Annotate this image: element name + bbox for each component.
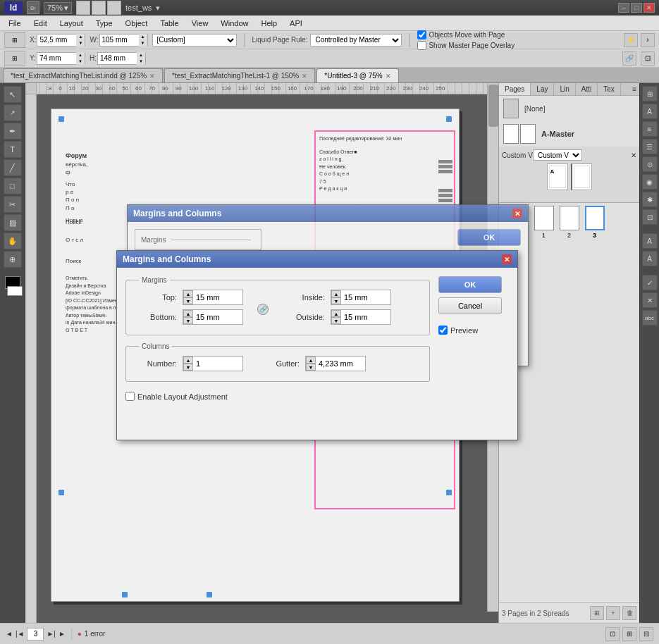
- minimize-btn[interactable]: ─: [618, 3, 629, 13]
- direct-tool[interactable]: ↗: [4, 104, 22, 121]
- outside-value[interactable]: [341, 310, 390, 324]
- scissors-tool[interactable]: ✂: [4, 196, 22, 213]
- dialog-cancel-btn[interactable]: Cancel: [438, 297, 502, 314]
- transform-icon[interactable]: ⊞: [4, 32, 25, 48]
- dialog-back-ok[interactable]: OK: [457, 229, 521, 246]
- menu-file[interactable]: File: [3, 18, 27, 29]
- gutter-input[interactable]: ▲ ▼: [305, 356, 366, 371]
- ruler-corner[interactable]: [25, 83, 37, 94]
- tab-text-wrap[interactable]: Tex: [598, 83, 621, 95]
- view-btn-1[interactable]: ⊞: [76, 1, 90, 15]
- page-number-input[interactable]: [27, 628, 44, 640]
- title-dropdown-icon[interactable]: ▾: [156, 4, 160, 13]
- page-3-entry[interactable]: 3: [585, 206, 605, 239]
- chain-icon[interactable]: 🔗: [257, 304, 269, 315]
- view-btn-2[interactable]: ≡: [92, 1, 106, 15]
- gutter-spin-down[interactable]: ▼: [306, 364, 316, 371]
- tab-1-close[interactable]: ✕: [149, 73, 155, 80]
- dialog-front[interactable]: Margins and Columns ✕ Margins Top:: [116, 250, 518, 440]
- view-btn-3[interactable]: ⊟: [107, 1, 121, 15]
- y-input[interactable]: ▲ ▼: [37, 52, 85, 65]
- tab-1[interactable]: *test_ExtractMatchingTheList.indd @ 125%…: [3, 68, 163, 82]
- number-spin-down[interactable]: ▼: [183, 364, 193, 371]
- w-up[interactable]: ▲: [139, 34, 147, 40]
- w-input[interactable]: ▲ ▼: [99, 34, 148, 47]
- next-spread-btn[interactable]: ►|: [47, 630, 56, 638]
- link-icon[interactable]: 🔗: [622, 51, 636, 66]
- zoom-control[interactable]: 75% ▾: [44, 2, 72, 14]
- far-right-btn-7[interactable]: ✱: [642, 192, 658, 207]
- number-spin-up[interactable]: ▲: [183, 357, 193, 364]
- number-value[interactable]: [193, 357, 242, 371]
- tab-links[interactable]: Lin: [554, 83, 575, 95]
- w-down[interactable]: ▼: [139, 40, 147, 47]
- inside-input[interactable]: ▲ ▼: [331, 290, 391, 305]
- menu-type[interactable]: Type: [90, 18, 118, 29]
- menu-object[interactable]: Object: [120, 18, 154, 29]
- gradient-tool[interactable]: ▨: [4, 214, 22, 231]
- tab-layers[interactable]: Lay: [531, 83, 554, 95]
- text-tool[interactable]: T: [4, 141, 22, 158]
- custom-panel-close[interactable]: ✕: [631, 151, 636, 159]
- show-master-checkbox[interactable]: [417, 41, 426, 50]
- tab-2-close[interactable]: ✕: [302, 73, 307, 80]
- panel-menu-btn[interactable]: ≡: [629, 83, 639, 95]
- style-dropdown[interactable]: [Custom]: [152, 34, 237, 47]
- outside-spin-down[interactable]: ▼: [331, 317, 341, 324]
- x-up[interactable]: ▲: [76, 34, 85, 40]
- selection-tool[interactable]: ↖: [4, 86, 22, 103]
- menu-api[interactable]: API: [284, 18, 308, 29]
- x-btn[interactable]: ✕: [642, 292, 658, 308]
- page-1-entry[interactable]: 1: [534, 206, 554, 239]
- enable-layout-checkbox[interactable]: [125, 392, 135, 401]
- status-icon-1[interactable]: ⊡: [605, 627, 620, 641]
- hand-tool[interactable]: ✋: [4, 233, 22, 249]
- far-right-btn-1[interactable]: ⊞: [642, 86, 658, 101]
- new-page-btn[interactable]: +: [606, 606, 620, 620]
- bottom-input[interactable]: ▲ ▼: [183, 309, 243, 325]
- x-down[interactable]: ▼: [76, 40, 85, 47]
- rect-tool[interactable]: □: [4, 178, 22, 194]
- right-icon[interactable]: ›: [641, 33, 655, 47]
- liquid-rule-dropdown[interactable]: Controlled by Master: [310, 34, 402, 47]
- tab-2[interactable]: *test_ExtractMatchingTheList-1 @ 150% ✕: [164, 68, 315, 82]
- objects-move-label[interactable]: Objects Move with Page: [417, 30, 515, 39]
- custom-panel-dropdown[interactable]: Custom V: [533, 149, 582, 161]
- menu-edit[interactable]: Edit: [28, 18, 53, 29]
- y-up[interactable]: ▲: [76, 52, 85, 58]
- browser-icon[interactable]: Br: [27, 1, 39, 14]
- menu-view[interactable]: View: [186, 18, 214, 29]
- dialog-front-close[interactable]: ✕: [502, 254, 512, 264]
- x-input[interactable]: ▲ ▼: [37, 34, 85, 47]
- h-up[interactable]: ▲: [137, 52, 145, 58]
- transform-icon2[interactable]: ⊞: [4, 51, 25, 66]
- menu-layout[interactable]: Layout: [54, 18, 89, 29]
- top-spin-down[interactable]: ▼: [183, 297, 193, 304]
- bottom-spin-down[interactable]: ▼: [183, 317, 193, 324]
- prev-page-btn[interactable]: ◄: [6, 630, 13, 638]
- w-field[interactable]: [100, 35, 139, 46]
- maximize-btn[interactable]: □: [631, 3, 642, 13]
- menu-help[interactable]: Help: [255, 18, 283, 29]
- ref-icon[interactable]: ⊡: [641, 51, 655, 66]
- line-tool[interactable]: ╱: [4, 159, 22, 176]
- y-field[interactable]: [37, 53, 76, 64]
- h-down[interactable]: ▼: [137, 58, 145, 65]
- tab-pages[interactable]: Pages: [499, 83, 531, 95]
- outside-spin-up[interactable]: ▲: [331, 310, 341, 317]
- new-master-btn[interactable]: ⊞: [590, 606, 604, 620]
- menu-window[interactable]: Window: [215, 18, 254, 29]
- far-right-btn-8[interactable]: ⊡: [642, 209, 658, 225]
- tab-3-close[interactable]: ✕: [386, 73, 391, 80]
- zoom-dropdown-icon[interactable]: ▾: [64, 4, 68, 13]
- h-input[interactable]: ▲ ▼: [97, 52, 146, 65]
- status-icon-3[interactable]: ⊟: [639, 627, 653, 641]
- number-input[interactable]: ▲ ▼: [183, 356, 243, 371]
- objects-move-checkbox[interactable]: [417, 30, 426, 39]
- zoom-tool[interactable]: ⊕: [4, 251, 22, 268]
- next-page-btn[interactable]: ►: [58, 630, 66, 638]
- status-icon-2[interactable]: ⊞: [622, 627, 636, 641]
- scroll-thumb-v[interactable]: [488, 85, 498, 127]
- dialog-ok-btn[interactable]: OK: [438, 276, 502, 293]
- h-field[interactable]: [98, 53, 137, 64]
